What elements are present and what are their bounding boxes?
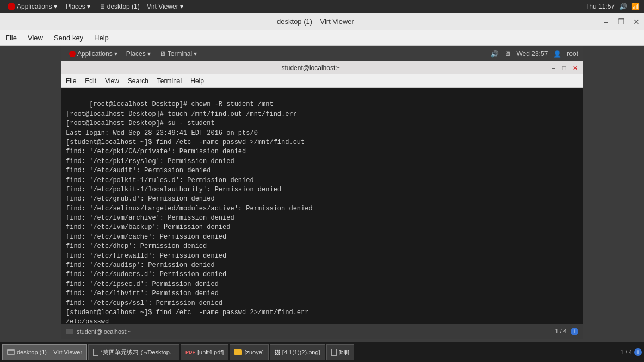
vm-user-label: root bbox=[567, 50, 578, 58]
vm-menu-search[interactable]: Search bbox=[123, 74, 153, 88]
taskbar-page: 1 / 4 i bbox=[621, 348, 642, 356]
places-arrow: ▾ bbox=[87, 3, 90, 10]
taskbar-item-zuoye[interactable]: [zuoye] bbox=[230, 344, 268, 360]
vm-window-titlebar: student@localhost:~ – □ ✕ bbox=[61, 61, 583, 74]
menu-file[interactable]: File bbox=[0, 30, 22, 46]
vm-topbar-right: 🔊 🖥 Wed 23:57 👤 root bbox=[491, 50, 578, 58]
taskbar: desktop (1) – Virt Viewer *第四单元练习 (~/Des… bbox=[0, 342, 644, 362]
vm-user-icon: 👤 bbox=[553, 50, 561, 58]
menu-view[interactable]: View bbox=[22, 30, 48, 46]
restore-button[interactable]: ❐ bbox=[614, 14, 629, 29]
system-bar-right: Thu 11:57 🔊 📶 bbox=[585, 3, 640, 10]
vm-menu-view[interactable]: View bbox=[101, 74, 123, 88]
taskbar-zuoye-label: [zuoye] bbox=[244, 349, 263, 355]
pdf-icon: PDF bbox=[185, 349, 195, 355]
vm-network-icon: 🖥 bbox=[504, 50, 511, 58]
taskbar-info-icon: i bbox=[634, 348, 642, 356]
taskbar-image-label: [4.1(1)(2).png] bbox=[282, 349, 320, 355]
taskbar-item-pdf[interactable]: PDF [unit4.pdf] bbox=[181, 344, 228, 360]
taskbar-item-image[interactable]: 🖼 [4.1(1)(2).png] bbox=[270, 344, 325, 360]
system-bar-left: Applications ▾ Places ▾ 🖥 desktop (1) – … bbox=[4, 0, 187, 13]
image-icon: 🖼 bbox=[275, 349, 280, 355]
applications-label: Applications bbox=[17, 3, 52, 10]
taskbar-biji-label: [biji] bbox=[339, 349, 350, 355]
taskbar-pdf-label: [unit4.pdf] bbox=[197, 349, 224, 355]
vm-menu-terminal[interactable]: Terminal bbox=[153, 74, 186, 88]
desktop-arrow: ▾ bbox=[180, 3, 183, 10]
vm-terminal-icon: 🖥 bbox=[159, 50, 166, 58]
biji-doc-icon bbox=[331, 349, 337, 356]
minimize-button[interactable]: – bbox=[598, 14, 614, 29]
vm-menu-edit[interactable]: Edit bbox=[81, 74, 101, 88]
vm-redhat-icon bbox=[69, 51, 76, 57]
vm-restore-button[interactable]: □ bbox=[559, 63, 569, 73]
vm-window: Applications ▾ Places ▾ 🖥 Terminal ▾ 🔊 🖥… bbox=[61, 46, 583, 339]
network-icon[interactable]: 📶 bbox=[631, 3, 640, 10]
vm-page-indicator: 1 / 4 i bbox=[555, 328, 578, 335]
places-menu[interactable]: Places ▾ bbox=[63, 0, 94, 13]
app-titlebar: desktop (1) – Virt Viewer – ❐ ✕ bbox=[0, 13, 644, 30]
taskbar-exercise-label: *第四单元练习 (~/Desktop... bbox=[101, 348, 175, 357]
places-label: Places bbox=[66, 3, 85, 10]
window-buttons: – ❐ ✕ bbox=[598, 14, 644, 29]
menu-help[interactable]: Help bbox=[89, 30, 114, 46]
desktop-label: desktop (1) – Virt Viewer bbox=[107, 3, 178, 10]
vm-close-button[interactable]: ✕ bbox=[569, 63, 580, 73]
vm-statusbar-left: student@localhost:~ bbox=[66, 328, 131, 335]
vm-minimize-button[interactable]: – bbox=[548, 63, 559, 73]
doc-icon bbox=[93, 349, 98, 356]
desktop-taskbar-item[interactable]: 🖥 desktop (1) – Virt Viewer ▾ bbox=[96, 0, 187, 13]
monitor-icon bbox=[7, 349, 15, 355]
vm-clock: Wed 23:57 bbox=[516, 50, 548, 58]
taskbar-item-virt-viewer[interactable]: desktop (1) – Virt Viewer bbox=[2, 344, 87, 360]
vm-menu-file[interactable]: File bbox=[61, 74, 81, 88]
vm-places-label: Places bbox=[126, 50, 146, 58]
vm-terminal-arrow: ▾ bbox=[194, 50, 197, 58]
menu-sendkey[interactable]: Send key bbox=[48, 30, 89, 46]
vm-volume-icon: 🔊 bbox=[491, 50, 499, 58]
terminal-output[interactable]: [root@localhost Desktop]# chown -R stude… bbox=[61, 88, 583, 324]
taskbar-item-biji[interactable]: [biji] bbox=[326, 344, 355, 360]
redhat-icon bbox=[8, 3, 15, 10]
terminal-small-icon bbox=[66, 329, 73, 334]
vm-apps-arrow: ▾ bbox=[114, 50, 117, 58]
vm-topbar: Applications ▾ Places ▾ 🖥 Terminal ▾ 🔊 🖥… bbox=[61, 46, 583, 61]
taskbar-virt-viewer-label: desktop (1) – Virt Viewer bbox=[17, 349, 82, 355]
app-menubar: File View Send key Help bbox=[0, 30, 644, 46]
vm-places-menu[interactable]: Places ▾ bbox=[123, 50, 154, 58]
close-button[interactable]: ✕ bbox=[629, 14, 644, 29]
vm-menu-help[interactable]: Help bbox=[186, 74, 208, 88]
app-title: desktop (1) – Virt Viewer bbox=[33, 17, 598, 26]
info-icon: i bbox=[571, 328, 578, 335]
taskbar-item-exercise[interactable]: *第四单元练习 (~/Desktop... bbox=[88, 344, 179, 360]
desktop-icon: 🖥 bbox=[99, 3, 106, 10]
volume-icon[interactable]: 🔊 bbox=[619, 3, 627, 10]
applications-arrow: ▾ bbox=[54, 3, 57, 10]
vm-statusbar-label: student@localhost:~ bbox=[77, 328, 131, 335]
clock-display: Thu 11:57 bbox=[585, 3, 615, 10]
folder-icon bbox=[234, 349, 242, 355]
vm-statusbar: student@localhost:~ 1 / 4 i bbox=[61, 324, 583, 339]
vm-places-arrow: ▾ bbox=[147, 50, 151, 58]
applications-menu[interactable]: Applications ▾ bbox=[4, 0, 60, 13]
vm-applications-menu[interactable]: Applications ▾ bbox=[66, 50, 121, 58]
vm-terminal-label: Terminal bbox=[168, 50, 192, 58]
vm-terminal-menu[interactable]: 🖥 Terminal ▾ bbox=[156, 50, 200, 58]
system-bar: Applications ▾ Places ▾ 🖥 desktop (1) – … bbox=[0, 0, 644, 13]
vm-topbar-left: Applications ▾ Places ▾ 🖥 Terminal ▾ bbox=[66, 50, 200, 58]
vm-menubar: File Edit View Search Terminal Help bbox=[61, 74, 583, 88]
vm-window-buttons: – □ ✕ bbox=[548, 63, 580, 73]
vm-window-title: student@localhost:~ bbox=[75, 64, 548, 72]
vm-applications-label: Applications bbox=[77, 50, 113, 58]
main-content: Applications ▾ Places ▾ 🖥 Terminal ▾ 🔊 🖥… bbox=[0, 46, 644, 342]
